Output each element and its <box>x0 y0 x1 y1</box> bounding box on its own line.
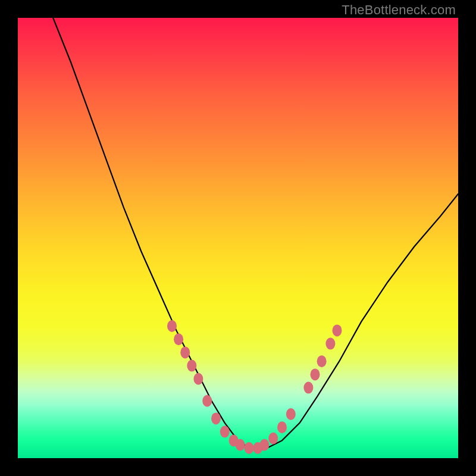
bead-group <box>167 320 342 454</box>
curve-svg <box>18 18 458 458</box>
bead-marker <box>187 360 196 372</box>
bead-marker <box>311 368 320 380</box>
bead-marker <box>286 408 296 420</box>
bead-marker <box>259 439 269 451</box>
outer-frame: TheBottleneck.com <box>0 0 476 476</box>
bottleneck-curve <box>53 18 458 449</box>
bead-marker <box>333 324 342 336</box>
bead-marker <box>174 333 183 345</box>
gradient-plot-area <box>18 18 458 458</box>
bead-marker <box>220 426 230 438</box>
bead-marker <box>193 373 203 385</box>
watermark-text: TheBottleneck.com <box>342 2 456 18</box>
bead-marker <box>236 439 245 451</box>
bead-marker <box>325 338 335 350</box>
bead-marker <box>202 395 212 407</box>
bead-marker <box>167 320 177 332</box>
bead-marker <box>268 433 278 444</box>
bead-marker <box>211 412 221 424</box>
bead-marker <box>277 421 287 433</box>
bead-marker <box>245 442 254 454</box>
bead-marker <box>180 346 190 358</box>
bead-marker <box>303 382 313 394</box>
bead-marker <box>317 355 327 367</box>
